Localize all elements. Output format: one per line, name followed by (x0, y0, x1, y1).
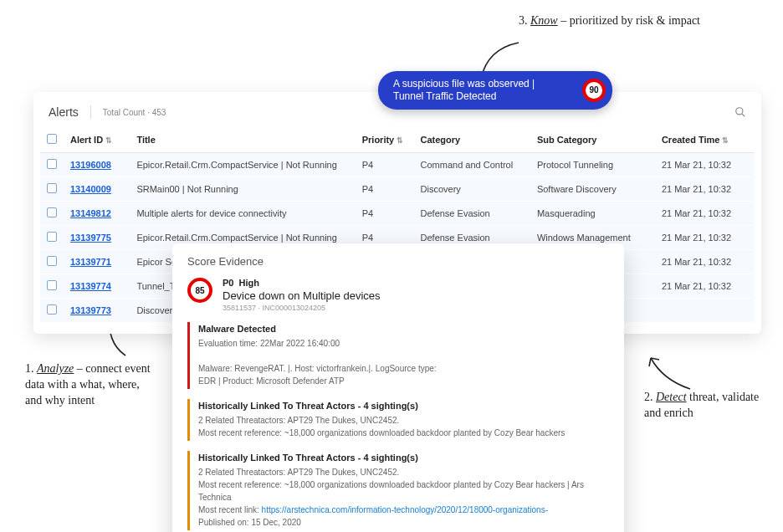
table-row[interactable]: 13149812Multiple alerts for device conne… (40, 202, 755, 226)
row-checkbox[interactable] (47, 256, 57, 266)
alert-id-link[interactable]: 13139774 (70, 281, 111, 291)
row-priority: P4 (356, 177, 414, 202)
evidence-header: 85 P0High Device down on Multiple device… (187, 278, 609, 312)
evidence-block-title: Historically Linked To Threat Actors - 4… (198, 453, 609, 463)
risk-badge-90: 90 (582, 79, 606, 102)
score-evidence-card: Score Evidence 85 P0High Device down on … (172, 243, 624, 532)
evidence-block: Historically Linked To Threat Actors - 4… (187, 451, 609, 530)
pill-line1: A suspicious file was observed | (393, 78, 571, 90)
alert-pill[interactable]: A suspicious file was observed | Tunnel … (378, 71, 612, 110)
row-checkbox[interactable] (47, 280, 57, 290)
alerts-title: Alerts (49, 105, 79, 119)
evidence-heading: Score Evidence (187, 255, 609, 268)
row-title: Multiple alerts for device connectivity (130, 202, 355, 226)
alert-id-link[interactable]: 13139775 (70, 233, 111, 243)
row-category: Defense Evasion (414, 202, 530, 226)
alert-id-link[interactable]: 13196008 (70, 160, 111, 170)
row-created-time (655, 299, 755, 323)
row-priority: P4 (356, 153, 414, 177)
evidence-line: Evaluation time: 22Mar 2022 16:40:00 (198, 337, 609, 350)
row-title: SRMain00 | Not Running (130, 177, 355, 202)
evidence-device-title: Device down on Multiple devices (223, 289, 381, 302)
annotation-analyze: 1. Analyze – connect event data with a w… (25, 361, 159, 409)
evidence-block-title: Malware Detected (198, 324, 609, 334)
col-priority[interactable]: Priority⇅ (356, 127, 414, 153)
pill-line2: Tunnel Traffic Detected (393, 90, 571, 103)
evidence-ids: 35811537 · INC000013024205 (223, 304, 381, 312)
sort-icon: ⇅ (397, 136, 403, 145)
col-alert-id[interactable]: Alert ID⇅ (64, 127, 130, 153)
col-category[interactable]: Category (414, 127, 530, 153)
row-created-time: 21 Mar 21, 10:32 (655, 250, 755, 274)
col-title[interactable]: Title (130, 127, 355, 153)
alert-id-link[interactable]: 13140009 (70, 184, 111, 194)
evidence-line: Malware: RevengeRAT. |. Host: victorfran… (198, 362, 609, 375)
evidence-block: Malware DetectedEvaluation time: 22Mar 2… (187, 322, 609, 389)
risk-badge-85: 85 (187, 278, 212, 303)
col-sub-category[interactable]: Sub Category (530, 127, 655, 153)
row-checkbox[interactable] (47, 232, 57, 242)
row-created-time: 21 Mar 21, 10:32 (655, 274, 755, 299)
evidence-published: Published on: 15 Dec, 2020 (198, 516, 609, 529)
annotation-know: 3. Know – prioritized by risk & impact (519, 13, 728, 29)
row-created-time: 21 Mar 21, 10:32 (655, 177, 755, 202)
row-category: Discovery (414, 177, 530, 202)
sort-icon: ⇅ (722, 136, 729, 145)
evidence-line (198, 350, 609, 362)
alert-id-link[interactable]: 13139771 (70, 257, 111, 267)
select-all-checkbox[interactable] (47, 134, 57, 144)
row-checkbox[interactable] (47, 183, 57, 193)
table-row[interactable]: 13140009SRMain00 | Not RunningP4Discover… (40, 177, 755, 202)
row-checkbox[interactable] (47, 207, 57, 217)
table-row[interactable]: 13196008Epicor.Retail.Crm.CompactService… (40, 153, 755, 177)
row-checkbox[interactable] (47, 159, 57, 169)
row-category: Command and Control (414, 153, 530, 177)
evidence-line: Most recent reference: ~18,000 organizat… (198, 427, 609, 439)
row-created-time: 21 Mar 21, 10:32 (655, 226, 755, 250)
evidence-priority: P0High (223, 278, 381, 288)
row-created-time: 21 Mar 21, 10:32 (655, 153, 755, 177)
alert-id-link[interactable]: 13149812 (70, 208, 111, 218)
evidence-line: 2 Related Threatactors: APT29 The Dukes,… (198, 466, 609, 478)
annotation-detect: 2. Detect threat, validate and enrich (644, 390, 770, 422)
row-created-time: 21 Mar 21, 10:32 (655, 202, 755, 226)
reference-link[interactable]: https://arstechnica.com/information-tech… (262, 505, 548, 514)
col-created-time[interactable]: Created Time⇅ (655, 127, 755, 153)
alert-id-link[interactable]: 13139773 (70, 305, 111, 315)
row-subcategory: Protocol Tunneling (530, 153, 655, 177)
search-icon[interactable] (734, 106, 746, 118)
svg-line-1 (742, 114, 745, 116)
row-subcategory: Masquerading (530, 202, 655, 226)
divider (90, 105, 91, 119)
alerts-header-row: Alert ID⇅ Title Priority⇅ Category Sub C… (40, 127, 755, 153)
alerts-total-count: Total Count · 453 (103, 108, 166, 117)
evidence-line: 2 Related Threatactors: APT29 The Dukes,… (198, 414, 609, 427)
row-subcategory: Software Discovery (530, 177, 655, 202)
sort-icon: ⇅ (105, 136, 112, 145)
svg-point-0 (736, 108, 743, 115)
row-priority: P4 (356, 202, 414, 226)
evidence-block-title: Historically Linked To Threat Actors - 4… (198, 401, 609, 411)
evidence-link-line: Most recent link: https://arstechnica.co… (198, 504, 609, 516)
row-title: Epicor.Retail.Crm.CompactService | Not R… (130, 153, 355, 177)
evidence-block: Historically Linked To Threat Actors - 4… (187, 399, 609, 441)
evidence-line: EDR | Product: Microsoft Defender ATP (198, 375, 609, 387)
evidence-line: Most recent reference: ~18,000 organizat… (198, 478, 609, 504)
row-checkbox[interactable] (47, 304, 57, 315)
